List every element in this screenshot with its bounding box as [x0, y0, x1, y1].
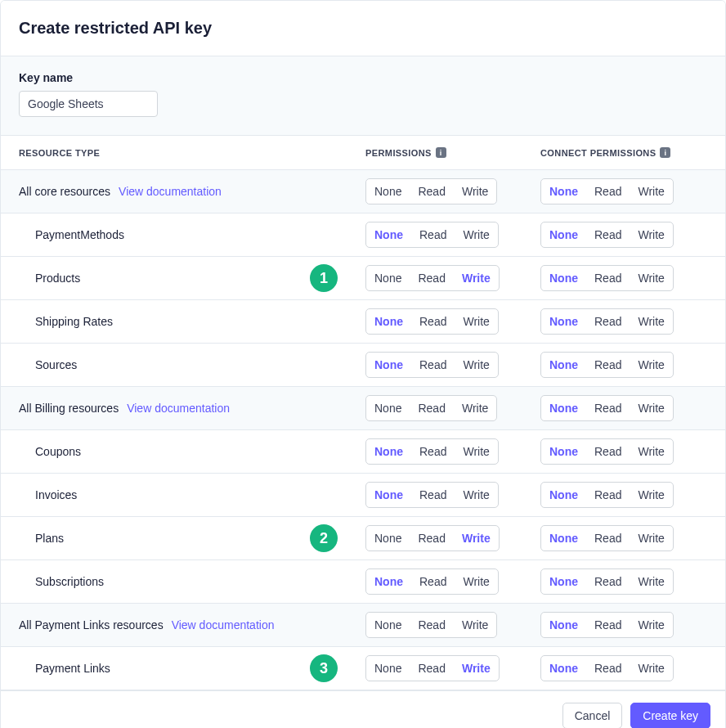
permissions-toggle-write[interactable]: Write: [454, 613, 496, 637]
connect-permissions-toggle-write[interactable]: Write: [630, 483, 672, 507]
connect-permissions-toggle-write[interactable]: Write: [630, 396, 672, 420]
connect-permissions-toggle[interactable]: NoneReadWrite: [540, 395, 674, 421]
connect-permissions-toggle-none[interactable]: None: [541, 222, 586, 247]
connect-permissions-toggle-none[interactable]: None: [541, 309, 586, 334]
connect-permissions-toggle-write[interactable]: Write: [630, 266, 672, 290]
connect-permissions-toggle-write[interactable]: Write: [630, 179, 672, 204]
connect-permissions-toggle[interactable]: NoneReadWrite: [540, 612, 674, 638]
connect-permissions-toggle-read[interactable]: Read: [586, 396, 630, 420]
permissions-toggle-read[interactable]: Read: [410, 526, 453, 550]
connect-permissions-toggle-none[interactable]: None: [541, 656, 586, 681]
connect-permissions-toggle-write[interactable]: Write: [630, 309, 672, 334]
connect-permissions-toggle-write[interactable]: Write: [630, 439, 672, 464]
view-documentation-link[interactable]: View documentation: [172, 618, 275, 631]
permissions-toggle-write[interactable]: Write: [454, 179, 496, 204]
permissions-toggle-write[interactable]: Write: [455, 222, 497, 247]
permissions-toggle-none[interactable]: None: [366, 613, 410, 637]
connect-permissions-toggle-write[interactable]: Write: [630, 222, 672, 247]
connect-permissions-toggle-read[interactable]: Read: [586, 266, 630, 290]
permissions-toggle-read[interactable]: Read: [410, 656, 453, 681]
connect-permissions-toggle[interactable]: NoneReadWrite: [540, 308, 674, 335]
permissions-toggle-read[interactable]: Read: [411, 569, 455, 594]
permissions-toggle-none[interactable]: None: [366, 266, 410, 290]
permissions-toggle[interactable]: NoneReadWrite: [365, 265, 500, 291]
permissions-toggle-none[interactable]: None: [366, 353, 411, 377]
permissions-toggle-write[interactable]: Write: [454, 396, 496, 420]
permissions-toggle-none[interactable]: None: [366, 222, 411, 247]
view-documentation-link[interactable]: View documentation: [119, 185, 222, 198]
permissions-toggle-read[interactable]: Read: [411, 222, 455, 247]
permissions-toggle-write[interactable]: Write: [455, 439, 497, 464]
connect-permissions-toggle[interactable]: NoneReadWrite: [540, 265, 674, 291]
connect-permissions-toggle-none[interactable]: None: [541, 396, 586, 420]
connect-permissions-toggle-read[interactable]: Read: [586, 613, 630, 637]
connect-permissions-toggle-none[interactable]: None: [541, 569, 586, 594]
permissions-toggle-write[interactable]: Write: [455, 309, 497, 334]
connect-permissions-toggle-none[interactable]: None: [541, 179, 586, 204]
connect-permissions-toggle[interactable]: NoneReadWrite: [540, 525, 674, 551]
connect-permissions-toggle[interactable]: NoneReadWrite: [540, 352, 674, 378]
connect-permissions-toggle-read[interactable]: Read: [586, 569, 630, 594]
create-key-button[interactable]: Create key: [630, 703, 710, 728]
permissions-toggle-read[interactable]: Read: [411, 309, 455, 334]
connect-permissions-toggle-write[interactable]: Write: [630, 353, 672, 377]
permissions-toggle-write[interactable]: Write: [454, 266, 499, 290]
permissions-toggle-read[interactable]: Read: [411, 439, 455, 464]
permissions-toggle-none[interactable]: None: [366, 526, 410, 550]
permissions-toggle-none[interactable]: None: [366, 396, 410, 420]
permissions-toggle-none[interactable]: None: [366, 439, 411, 464]
permissions-toggle[interactable]: NoneReadWrite: [365, 395, 497, 421]
permissions-toggle[interactable]: NoneReadWrite: [365, 222, 499, 248]
permissions-toggle[interactable]: NoneReadWrite: [365, 482, 499, 508]
permissions-toggle[interactable]: NoneReadWrite: [365, 352, 499, 378]
permissions-toggle[interactable]: NoneReadWrite: [365, 655, 500, 681]
permissions-toggle-none[interactable]: None: [366, 309, 411, 334]
connect-permissions-toggle[interactable]: NoneReadWrite: [540, 568, 674, 595]
connect-permissions-toggle-none[interactable]: None: [541, 613, 586, 637]
permissions-toggle-none[interactable]: None: [366, 656, 410, 681]
connect-permissions-toggle-none[interactable]: None: [541, 266, 586, 290]
connect-permissions-toggle-none[interactable]: None: [541, 353, 586, 377]
info-icon[interactable]: i: [660, 147, 670, 158]
connect-permissions-toggle[interactable]: NoneReadWrite: [540, 655, 674, 681]
keyname-input[interactable]: [19, 91, 158, 117]
permissions-toggle[interactable]: NoneReadWrite: [365, 612, 497, 638]
view-documentation-link[interactable]: View documentation: [127, 402, 230, 415]
permissions-toggle-read[interactable]: Read: [410, 266, 453, 290]
permissions-toggle-write[interactable]: Write: [454, 656, 499, 681]
permissions-toggle[interactable]: NoneReadWrite: [365, 568, 499, 595]
permissions-toggle-write[interactable]: Write: [455, 353, 497, 377]
connect-permissions-toggle-write[interactable]: Write: [630, 656, 672, 681]
connect-permissions-toggle-write[interactable]: Write: [630, 526, 672, 550]
connect-permissions-toggle-read[interactable]: Read: [586, 353, 630, 377]
connect-permissions-toggle-read[interactable]: Read: [586, 179, 630, 204]
permissions-toggle[interactable]: NoneReadWrite: [365, 438, 499, 465]
connect-permissions-toggle-read[interactable]: Read: [586, 526, 630, 550]
info-icon[interactable]: i: [436, 147, 446, 158]
permissions-toggle[interactable]: NoneReadWrite: [365, 178, 497, 204]
connect-permissions-toggle-read[interactable]: Read: [586, 483, 630, 507]
connect-permissions-toggle-read[interactable]: Read: [586, 222, 630, 247]
connect-permissions-toggle[interactable]: NoneReadWrite: [540, 482, 674, 508]
permissions-toggle-read[interactable]: Read: [411, 483, 455, 507]
permissions-toggle-read[interactable]: Read: [411, 353, 455, 377]
connect-permissions-toggle[interactable]: NoneReadWrite: [540, 438, 674, 465]
connect-permissions-toggle[interactable]: NoneReadWrite: [540, 222, 674, 248]
connect-permissions-toggle-none[interactable]: None: [541, 526, 586, 550]
permissions-toggle-write[interactable]: Write: [454, 526, 499, 550]
permissions-toggle-none[interactable]: None: [366, 179, 410, 204]
permissions-toggle-read[interactable]: Read: [410, 613, 453, 637]
permissions-toggle-none[interactable]: None: [366, 569, 411, 594]
permissions-toggle-write[interactable]: Write: [455, 483, 497, 507]
permissions-toggle-read[interactable]: Read: [410, 179, 453, 204]
connect-permissions-toggle-read[interactable]: Read: [586, 656, 630, 681]
permissions-toggle-write[interactable]: Write: [455, 569, 497, 594]
connect-permissions-toggle-none[interactable]: None: [541, 483, 586, 507]
cancel-button[interactable]: Cancel: [562, 703, 623, 728]
connect-permissions-toggle[interactable]: NoneReadWrite: [540, 178, 674, 204]
connect-permissions-toggle-none[interactable]: None: [541, 439, 586, 464]
connect-permissions-toggle-write[interactable]: Write: [630, 569, 672, 594]
permissions-toggle-none[interactable]: None: [366, 483, 411, 507]
permissions-toggle-read[interactable]: Read: [410, 396, 453, 420]
permissions-toggle[interactable]: NoneReadWrite: [365, 308, 499, 335]
